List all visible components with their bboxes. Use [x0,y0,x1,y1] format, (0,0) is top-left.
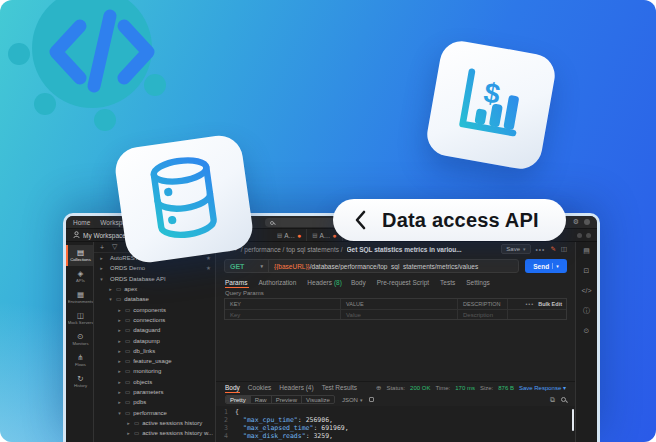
response-tab[interactable]: Test Results [322,382,357,393]
value-column-header: VALUE [341,299,458,309]
format-select[interactable]: JSON▾ [342,397,363,403]
response-view-tab[interactable]: Visualize [302,396,334,404]
tree-item[interactable]: ▸ ▭ objects [94,377,215,387]
tree-item-label: db_links [133,348,155,354]
caret-icon: ▾ [117,410,122,416]
star-icon: ★ [206,265,211,271]
tab-icon: ▤ [277,232,282,238]
panel-spacer [216,320,575,381]
info-icon[interactable]: ⓘ [583,307,590,314]
request-config-tab[interactable]: Settings [466,276,492,288]
response-tab[interactable]: Body [225,382,240,393]
tree-item[interactable]: ▸ ▭ dataguard [94,325,215,335]
tree-item[interactable]: ▾ ▭ performance [94,407,215,417]
tree-item[interactable]: ▸ ▭ feature_usage [94,356,215,366]
response-body[interactable]: 1 { 2 "max_cpu_time": 256906, 3 "m [216,406,575,442]
folder-icon: ▭ [125,399,130,405]
response-view-tab[interactable]: Preview [272,396,302,404]
request-tab[interactable]: ▤ A… ● [272,229,307,241]
tree-item[interactable]: ▸ ▭ datapump [94,335,215,345]
save-button[interactable]: Save▾ [501,244,530,254]
database-icon [142,152,227,245]
filter-icon[interactable]: ▽ [112,243,117,251]
url-input[interactable]: {{baseURL}}/database/performance/top_sql… [269,263,483,270]
settings-icon[interactable]: ⊙ [584,327,590,334]
tree-item-label: performance [133,410,167,416]
caret-icon: ▸ [99,255,104,261]
tree-item[interactable]: ▸ ▭ monitoring [94,366,215,376]
value-input[interactable]: Value [341,310,458,319]
home-menu[interactable]: Home [73,219,90,226]
gear-icon[interactable]: ⚙ [573,218,579,226]
folder-icon: ▭ [125,348,130,354]
response-tab[interactable]: Cookies [248,382,271,393]
breadcrumb-path[interactable]: / performance / top sql statements / [241,246,343,253]
data-access-api-badge[interactable]: Data access API [333,199,566,241]
tree-item[interactable]: ▸ ▭ pdbs [94,397,215,407]
scrollbar[interactable] [572,409,575,431]
bulk-edit-button[interactable]: Bulk Edit [538,301,562,307]
tree-item[interactable]: ▸ ▭ parameters [94,387,215,397]
size-value: 876 B [498,385,514,391]
search-response-icon[interactable] [561,397,566,402]
tree-item[interactable]: ▸ ▭ active sessions history [94,418,215,428]
rail-item-label: Mock Servers [68,320,93,325]
tree-item[interactable]: ▸ ▭ apex [94,284,215,294]
code-snippet-icon[interactable]: </> [581,287,591,294]
tree-item[interactable]: ▸ ▭ connections [94,315,215,325]
rail-item[interactable]: ⋔ Flows [66,350,93,371]
url-bar[interactable]: GET▾ {{baseURL}}/database/performance/to… [224,259,519,273]
add-collection-button[interactable]: + [100,244,104,251]
params-header-row: KEY VALUE DESCRIPTION ••• Bulk Edit [225,299,566,309]
edit-pencil-icon[interactable]: ✎ [550,245,555,253]
key-column-header: KEY [225,299,341,309]
beautify-icon[interactable] [369,397,374,402]
request-config-tab[interactable]: Body [351,276,368,288]
rail-item[interactable]: ◈ APIs [66,266,93,287]
description-input[interactable]: Description [458,310,508,319]
caret-icon: ▸ [126,420,131,426]
tree-item[interactable]: ▸ ORDS Demo ★ [94,263,215,273]
request-config-tab[interactable]: Params [225,276,249,288]
rail-item[interactable]: ▤ Collections [66,245,93,266]
tree-item[interactable]: ▸ ▭ db_links [94,346,215,356]
code-gear-icon [0,0,212,156]
tree-item-label: objects [133,379,152,385]
send-button[interactable]: Send▾ [525,259,567,273]
rail-item-icon: ⊙ [77,333,83,341]
tree-item[interactable]: ▸ ▭ active sessions history w... [94,428,215,438]
sync-icon[interactable] [586,233,591,238]
tree-item[interactable]: ▾ ▭ database [94,294,215,304]
code-line: 3 "max_elapsed_time": 691969, [216,424,575,432]
avatar[interactable] [584,219,590,225]
tree-item[interactable]: ▾ ORDS Database API [94,274,215,284]
response-view-tab[interactable]: Pretty [226,396,251,404]
request-config-tab[interactable]: Authorization [258,276,298,288]
rail-item[interactable]: ◫ Mock Servers [66,308,93,329]
request-config-tab[interactable]: Tests [440,276,457,288]
badge-label: Data access API [382,209,539,232]
documentation-icon[interactable]: ▤ [583,247,590,254]
method-select[interactable]: GET▾ [225,260,269,272]
caret-icon: ▸ [117,399,122,405]
caret-icon: ▾ [108,296,113,302]
column-options-icon[interactable]: ••• [525,301,534,307]
rail-item-label: Collections [70,257,90,262]
rail-item[interactable]: ↻ History [66,371,93,392]
tree-item[interactable]: ▸ ▭ components [94,304,215,314]
comment-icon[interactable]: ⊡ [584,267,590,274]
more-menu[interactable]: ••• [536,246,546,253]
response-tab[interactable]: Headers (4) [279,382,313,393]
rail-item[interactable]: ⊙ Monitors [66,329,93,350]
request-config-tab[interactable]: Pre-request Script [377,276,431,288]
rail-item-icon: ▦ [77,291,84,299]
save-response-button[interactable]: Save Response ▾ [519,384,566,391]
layout-icon[interactable]: ◫ [561,245,567,253]
key-input[interactable]: Key [225,310,341,319]
response-view-tab[interactable]: Raw [251,396,272,404]
tree-item-label: apex [124,286,137,292]
rail-item[interactable]: ▦ Environments [66,287,93,308]
request-config-tab[interactable]: Headers (8) [307,276,342,288]
copy-icon[interactable]: ⧉ [550,396,555,404]
invite-icon[interactable] [577,233,582,238]
